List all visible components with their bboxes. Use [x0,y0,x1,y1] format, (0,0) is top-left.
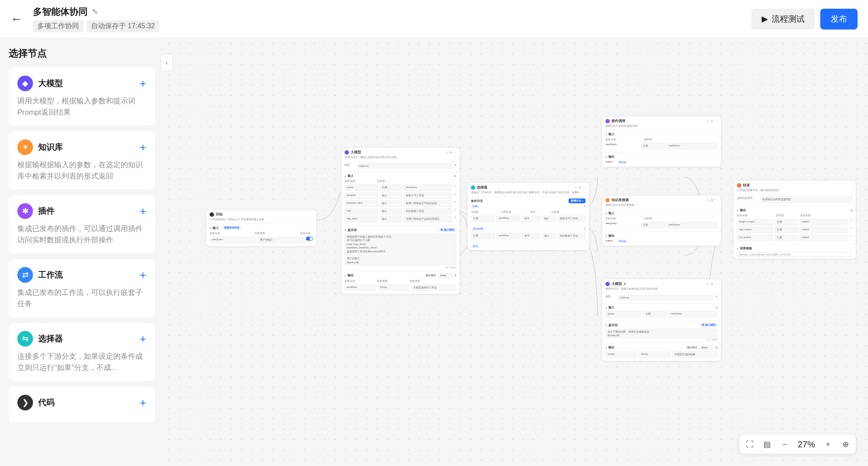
out-desc[interactable]: 大模型选择的工作流 [411,284,456,291]
param-name[interactable]: llm_output [737,235,773,241]
more-icon[interactable]: ⋯ [453,151,456,154]
cond-source[interactable]: 引用 [471,215,495,222]
add-output-button[interactable]: + [851,209,852,212]
param-value[interactable]: rawQuery [667,222,717,228]
delete-row-button[interactable]: ⊖ [850,235,852,241]
flow-node-plugin[interactable]: 插件调用▷⧉⋯ 调用已在平台插件-细粒控制 ▾输入 参数名称参数值 rawQue… [602,116,721,167]
cond-ref[interactable]: workflow [496,233,520,239]
param-value[interactable]: rawQuery [668,311,717,317]
autolayout-button[interactable]: ▤ [760,437,774,451]
add-output-button[interactable]: + [454,274,456,277]
delete-row-button[interactable]: ⊖ [454,192,456,199]
model-settings-icon[interactable]: ⚙ [715,295,717,300]
cond-source[interactable]: 引用 [471,233,495,239]
more-icon[interactable]: ⋯ [714,119,717,123]
add-output-button[interactable]: + [716,346,717,349]
param-type[interactable]: 输入 [380,208,401,215]
param-type-input[interactable]: 用户的输入 [258,237,304,243]
add-cond-button[interactable]: + [584,227,585,230]
palette-item-workflow[interactable]: ⇄ 工作流 + 集成已发布的工作流，可以执行嵌套子任务 [9,259,155,317]
cond-op[interactable]: 等于 [522,233,540,239]
run-icon[interactable]: ▷ [707,282,710,286]
flow-node-llm[interactable]: 大模型 ▷⧉⋯ 调用大语言，预编入参数和提示词已经自动填 模型 Optimus … [341,148,460,294]
add-node-button[interactable]: + [140,77,146,90]
cond-val-type[interactable]: 输入 [542,215,556,222]
delete-row-button[interactable]: ⊖ [850,219,852,225]
palette-item-plugin[interactable]: ✱ 插件 + 集成已发布的插件，可以通过调用插件访问实时数据或执行外部操作 [9,195,155,253]
param-name[interactable]: query [605,311,641,317]
edit-icon[interactable]: ✎ [92,7,98,17]
cond-op[interactable]: 等于 [522,215,540,222]
template-textarea[interactable]: ${plugin_output}${rag_output}${llm_outpu… [737,252,852,257]
test-flow-button[interactable]: ▶ 流程测试 [751,9,815,30]
model-select[interactable]: Optimus [357,163,452,169]
add-node-button[interactable]: + [140,396,146,410]
param-type[interactable]: 引用 [775,219,798,225]
param-name[interactable]: weather_desc [345,200,378,207]
model-settings-icon[interactable]: ⚙ [454,163,456,169]
param-name[interactable]: query [345,185,378,191]
model-select[interactable]: Optimus [618,295,713,300]
palette-item-llm[interactable]: ◆ 大模型 + 调用大模型，根据输入参数和提示词Prompt返回结果 [9,68,155,126]
param-value[interactable]: 当用户想知道产品知识库相关 [404,216,452,222]
copy-icon[interactable]: ⧉ [579,186,581,189]
cond-value[interactable]: 知识检索工作流 [558,233,585,239]
add-node-button[interactable]: + [140,332,146,346]
add-node-button[interactable]: + [140,268,146,282]
collapse-sidebar-button[interactable]: ‹ [161,54,173,71]
run-icon[interactable]: ▷ [707,198,710,202]
flow-node-llm-1[interactable]: 大模型_1▷⧉⋯ 调用大语言，预编入参数和提示词已经自动填 模型Optimus⚙… [602,279,721,361]
add-node-button[interactable]: + [140,141,146,154]
param-value[interactable]: output [799,235,848,241]
copy-icon[interactable]: ⧉ [711,119,713,123]
param-type[interactable]: 输入 [380,192,401,199]
run-icon[interactable]: ▷ [575,186,578,189]
param-value[interactable]: 获用户想知道天气相关信息 [404,200,452,207]
flow-node-end[interactable]: 结束 工作流的结束节点，输出猪村的信息 选择回复模式使用设定的内容直接回答 ▾输… [733,181,856,259]
output-mode-select[interactable]: Json [699,345,714,350]
palette-item-code[interactable]: ❯ 代码 + [9,387,155,423]
zoom-out-button[interactable]: − [778,437,792,451]
out-type[interactable]: String [639,351,671,358]
delete-row-button[interactable]: ⊖ [454,208,456,215]
prompt-textarea[interactable]: 基于下面的内容，检查它的成体反应 ${query}${ [605,329,717,338]
copy-icon[interactable]: ⧉ [450,151,452,154]
param-value[interactable]: rawQuery [667,143,717,149]
cond-ref[interactable]: workflow [496,215,520,222]
param-value[interactable]: 获取天气工作流 [404,192,452,199]
add-param-button[interactable]: + [716,306,717,309]
prompt-test-button[interactable]: 电 输入测试 [700,323,717,327]
copy-icon[interactable]: ⧉ [711,282,713,286]
add-node-button[interactable]: + [140,205,146,218]
param-value[interactable]: rawQuery [404,185,452,191]
param-name[interactable]: weather [345,192,378,199]
run-icon[interactable]: ▷ [707,119,710,123]
cond-value[interactable]: 获取天气工作流 [558,215,585,222]
copy-icon[interactable]: ⧉ [711,198,713,202]
param-type[interactable]: 输入 [380,200,401,207]
add-param-button[interactable]: + [454,175,456,178]
fullscreen-button[interactable]: ⛶ [743,437,757,451]
output-mode-select[interactable]: Json [438,273,453,278]
add-branch-button[interactable]: 新增分支 + [569,198,585,203]
palette-item-knowledge[interactable]: ✦ 知识库 + 根据输根据输入的参数，在选定的知识库中检索并以列表的形式返回 [9,132,155,189]
publish-button[interactable]: 发布 [820,9,858,30]
palette-item-selector[interactable]: ⇋ 选择器 + 连接多个下游分支，如果设定的条件成立则只运行"如果"分支，不成.… [9,323,155,381]
flow-node-kb[interactable]: 知识库搜索▷⧉⋯ 调用已在平台知识库搜索 ▾输入 参数名称参数值 rawQuer… [602,195,721,246]
back-arrow-icon[interactable]: ← [10,12,23,26]
more-icon[interactable]: ⋯ [582,186,585,189]
param-type[interactable]: 输入 [380,216,401,222]
delete-row-button[interactable]: ⊖ [454,185,456,191]
param-value[interactable]: output [799,219,848,225]
more-icon[interactable]: ⋯ [714,282,717,286]
out-name[interactable]: output [605,351,637,358]
delete-row-button[interactable]: ⊖ [454,200,456,207]
param-type[interactable]: 引用 [775,235,798,241]
param-type[interactable]: 引用 [775,227,798,233]
flow-node-start[interactable]: 开始 工作流的起始，支持定义工作流需要的输入参数 ▾输入 也能自动补全 参数名称… [206,210,316,246]
out-type[interactable]: String [378,284,410,291]
run-icon[interactable]: ▷ [446,151,448,154]
add-cond-button[interactable]: + [584,205,585,208]
zoom-in-button[interactable]: + [821,437,835,451]
param-value[interactable]: 知识检索工作流 [404,208,452,215]
